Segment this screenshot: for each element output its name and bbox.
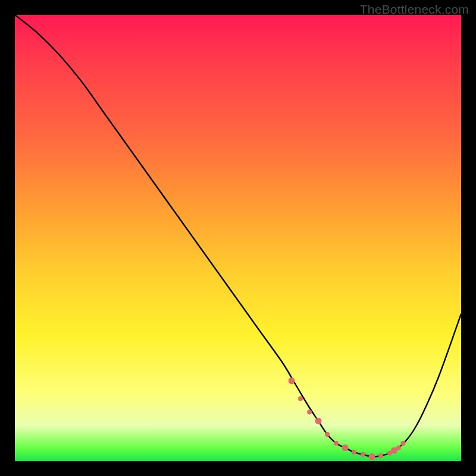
optimal-dot — [401, 441, 406, 446]
optimal-dot — [289, 378, 295, 384]
optimal-dots-group — [289, 378, 406, 461]
optimal-dot — [369, 453, 375, 460]
optimal-dot — [298, 396, 303, 401]
optimal-dot — [342, 444, 349, 451]
optimal-dot — [307, 410, 312, 415]
chart-plot-area — [15, 15, 461, 461]
optimal-dot — [352, 450, 356, 455]
curve-line — [15, 15, 461, 457]
bottleneck-curve — [15, 15, 461, 461]
optimal-dot — [361, 452, 365, 457]
optimal-dot — [334, 441, 339, 446]
optimal-dot — [315, 418, 322, 424]
optimal-dot — [378, 453, 383, 458]
optimal-dot — [325, 432, 330, 437]
optimal-dot — [396, 446, 401, 450]
chart-frame: TheBottleneck.com — [0, 0, 476, 476]
